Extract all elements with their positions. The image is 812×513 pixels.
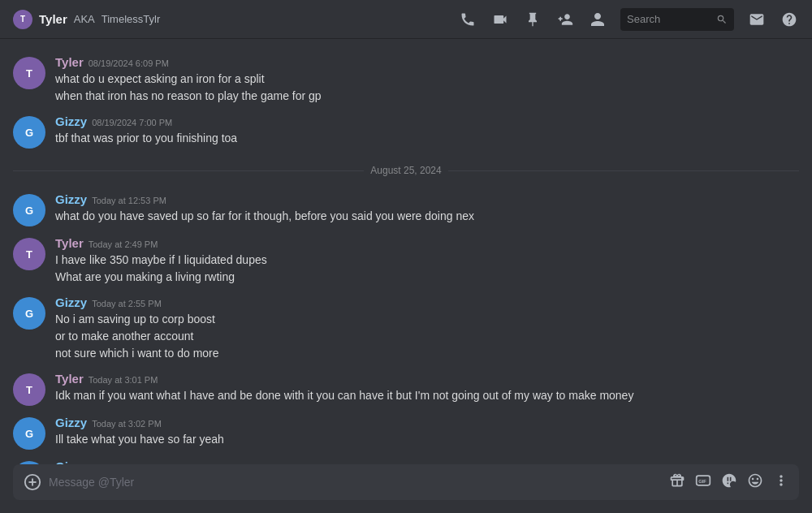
message-header: Gizzy 08/19/2024 7:00 PM <box>55 114 799 128</box>
message-text: What are you making a living rwting <box>55 269 799 286</box>
message-content: Gizzy Today at 3:02 PM Ill take what you… <box>55 416 799 448</box>
avatar: G <box>13 461 45 464</box>
message-text: when that iron has no reason to play the… <box>55 88 799 105</box>
message-text: tbf that was prior to you finishing toa <box>55 130 799 147</box>
message-text: what do u expect asking an iron for a sp… <box>55 71 799 88</box>
message-text: Idk man if you want what I have and be d… <box>55 387 799 404</box>
search-placeholder: Search <box>627 13 713 25</box>
message-timestamp: Today at 3:02 PM <box>92 419 162 429</box>
message-author[interactable]: Tyler <box>55 372 84 386</box>
extra-options-button[interactable] <box>773 472 789 493</box>
message-text: I have like 350 maybe if I liquidated du… <box>55 252 799 269</box>
bottom-bar: GIF <box>13 464 799 500</box>
message-content: Gizzy Today at 2:55 PM No i am saving up… <box>55 295 799 362</box>
top-bar-right: Search <box>458 8 799 31</box>
pin-button[interactable] <box>523 10 542 29</box>
message-author[interactable]: Gizzy <box>55 114 87 128</box>
emoji-button[interactable] <box>747 472 763 493</box>
message-input[interactable] <box>49 476 663 489</box>
message-group: G Gizzy Today at 2:55 PM No i am saving … <box>0 292 812 365</box>
search-bar[interactable]: Search <box>620 8 734 31</box>
add-attachment-button[interactable] <box>23 472 42 492</box>
dm-avatar: T <box>13 10 32 29</box>
message-timestamp: Today at 3:12 PM <box>92 463 162 464</box>
call-button[interactable] <box>458 10 477 29</box>
message-group: T Tyler 08/19/2024 6:09 PM what do u exp… <box>0 52 812 108</box>
message-timestamp: 08/19/2024 7:00 PM <box>92 118 172 127</box>
avatar: G <box>13 116 45 149</box>
gif-button[interactable]: GIF <box>695 472 711 493</box>
top-bar-left: T Tyler AKA TimelessTylr <box>13 10 160 29</box>
message-content: Tyler 08/19/2024 6:09 PM what do u expec… <box>55 55 799 105</box>
message-author[interactable]: Tyler <box>55 236 84 250</box>
message-header: Tyler Today at 2:49 PM <box>55 236 799 250</box>
message-content: Tyler Today at 3:01 PM Idk man if you wa… <box>55 372 799 404</box>
message-header: Tyler 08/19/2024 6:09 PM <box>55 55 799 69</box>
message-author[interactable]: Gizzy <box>55 295 87 309</box>
message-header: Gizzy Today at 3:02 PM <box>55 416 799 429</box>
message-text: Ill take what you have so far yeah <box>55 431 799 448</box>
message-header: Gizzy Today at 3:12 PM <box>55 459 799 464</box>
message-author[interactable]: Gizzy <box>55 416 87 429</box>
message-content: Gizzy Today at 12:53 PM what do you have… <box>55 192 799 225</box>
message-group: G Gizzy Today at 12:53 PM what do you ha… <box>0 189 812 230</box>
message-group: G Gizzy 08/19/2024 7:00 PM tbf that was … <box>0 111 812 152</box>
message-header: Tyler Today at 3:01 PM <box>55 372 799 386</box>
avatar: G <box>13 194 45 226</box>
avatar: T <box>13 373 45 406</box>
message-group: T Tyler Today at 3:01 PM Idk man if you … <box>0 369 812 409</box>
message-text: or to make another account <box>55 328 799 345</box>
message-group: G Gizzy Today at 3:02 PM Ill take what y… <box>0 412 812 453</box>
bottom-right-icons: GIF <box>669 472 789 493</box>
message-timestamp: Today at 12:53 PM <box>92 196 166 205</box>
message-text: what do you have saved up so far for it … <box>55 208 799 225</box>
dm-nickname: TimelessTylr <box>102 13 160 25</box>
gift-button[interactable] <box>669 472 685 493</box>
avatar: T <box>13 238 45 270</box>
video-button[interactable] <box>490 10 510 29</box>
avatar: T <box>13 57 45 89</box>
message-header: Gizzy Today at 2:55 PM <box>55 295 799 309</box>
messages-area: T Tyler 08/19/2024 6:09 PM what do u exp… <box>0 39 812 464</box>
message-content: Gizzy Today at 3:12 PM just lmk when you… <box>55 459 799 464</box>
message-content: Tyler Today at 2:49 PM I have like 350 m… <box>55 236 799 286</box>
message-author[interactable]: Gizzy <box>55 459 87 464</box>
svg-text:GIF: GIF <box>698 479 706 484</box>
avatar: G <box>13 417 45 450</box>
message-group: G Gizzy Today at 3:12 PM just lmk when y… <box>0 456 812 464</box>
message-content: Gizzy 08/19/2024 7:00 PM tbf that was pr… <box>55 114 799 147</box>
date-divider: August 25, 2024 <box>13 165 799 176</box>
message-timestamp: Today at 3:01 PM <box>89 375 158 385</box>
sticker-button[interactable] <box>721 472 737 493</box>
message-text: not sure which i want to do more <box>55 345 799 362</box>
message-author[interactable]: Gizzy <box>55 192 87 206</box>
message-timestamp: 08/19/2024 6:09 PM <box>89 58 169 68</box>
avatar: G <box>13 297 45 330</box>
top-bar: T Tyler AKA TimelessTylr Search <box>0 0 812 39</box>
add-friend-button[interactable] <box>555 10 575 29</box>
message-timestamp: Today at 2:55 PM <box>92 299 162 308</box>
message-timestamp: Today at 2:49 PM <box>89 239 158 249</box>
message-author[interactable]: Tyler <box>55 55 84 69</box>
message-group: T Tyler Today at 2:49 PM I have like 350… <box>0 233 812 289</box>
dm-aka-label: AKA <box>74 13 95 25</box>
profile-button[interactable] <box>588 10 607 29</box>
help-button[interactable] <box>780 10 799 29</box>
inbox-button[interactable] <box>747 10 767 29</box>
message-header: Gizzy Today at 12:53 PM <box>55 192 799 206</box>
message-text: No i am saving up to corp boost <box>55 311 799 328</box>
dm-username: Tyler <box>39 12 67 26</box>
